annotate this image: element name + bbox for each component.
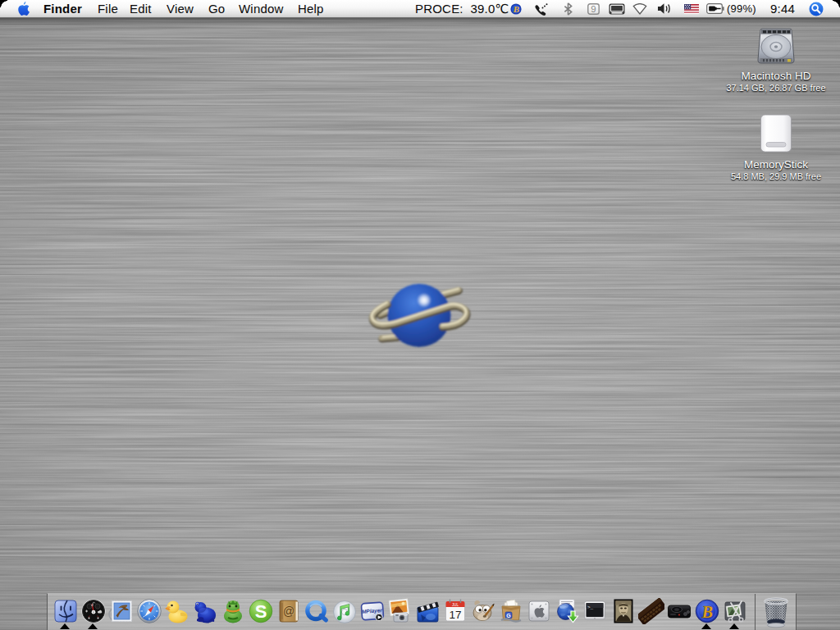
svg-text:JUL: JUL — [452, 603, 459, 607]
svg-text:@: @ — [283, 605, 294, 618]
svg-text:17: 17 — [449, 609, 461, 621]
svg-text:G: G — [506, 613, 511, 619]
svg-text:B: B — [701, 603, 713, 621]
svg-text:S: S — [255, 601, 267, 622]
svg-text:9: 9 — [591, 4, 596, 14]
svg-text:B: B — [513, 4, 519, 14]
svg-text:>_: >_ — [587, 605, 594, 610]
